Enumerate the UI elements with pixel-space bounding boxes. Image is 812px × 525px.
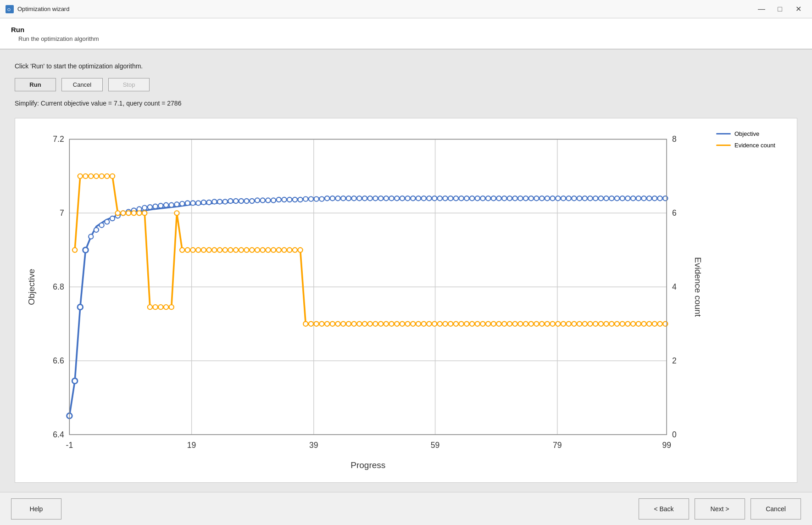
svg-point-107 [475,196,480,201]
stop-button[interactable]: Stop [108,78,150,91]
svg-point-57 [207,200,211,205]
svg-point-229 [534,322,539,326]
svg-point-151 [116,211,120,215]
svg-point-143 [72,248,77,252]
maximize-button[interactable]: □ [772,3,788,16]
svg-point-34 [83,247,89,253]
svg-point-237 [577,322,582,326]
svg-point-79 [325,196,329,201]
svg-point-252 [657,322,662,326]
svg-point-155 [137,211,141,215]
run-button[interactable]: Run [15,78,56,91]
svg-text:O: O [7,7,11,12]
svg-point-247 [631,322,635,326]
svg-point-127 [583,196,587,201]
svg-point-64 [244,199,249,203]
svg-point-200 [378,322,383,326]
svg-point-182 [282,248,286,252]
svg-text:79: 79 [553,441,562,450]
svg-point-88 [373,196,378,201]
svg-point-223 [502,322,506,326]
title-bar: O Optimization wizard — □ ✕ [0,0,812,18]
back-button[interactable]: < Back [639,498,689,519]
help-button[interactable]: Help [11,498,61,519]
svg-point-91 [389,196,394,201]
svg-point-222 [496,322,501,326]
svg-point-114 [513,196,517,201]
svg-point-59 [217,199,222,204]
svg-point-231 [545,322,550,326]
svg-point-94 [405,196,410,201]
svg-point-92 [395,196,399,201]
svg-text:7: 7 [60,208,64,218]
svg-point-137 [636,196,641,201]
svg-point-129 [593,196,598,201]
minimize-button[interactable]: — [753,3,770,16]
svg-point-186 [303,322,308,326]
svg-point-149 [105,174,109,179]
svg-point-128 [588,196,592,201]
svg-point-243 [609,322,614,326]
svg-point-56 [201,200,206,205]
svg-point-156 [142,211,147,215]
svg-point-173 [234,248,238,252]
svg-point-232 [550,322,555,326]
svg-point-238 [583,322,587,326]
svg-point-196 [357,322,362,326]
svg-point-39 [110,216,115,221]
svg-point-191 [330,322,335,326]
svg-point-227 [523,322,528,326]
svg-point-242 [604,322,608,326]
svg-point-123 [561,196,566,201]
svg-point-95 [411,196,415,201]
window-title: Optimization wizard [17,6,753,12]
svg-point-124 [567,196,571,201]
svg-point-113 [507,196,512,201]
svg-point-194 [346,322,351,326]
close-button[interactable]: ✕ [790,3,806,16]
svg-text:6.6: 6.6 [53,356,64,365]
svg-point-249 [641,322,646,326]
page-title: Run [11,26,801,34]
svg-point-248 [636,322,641,326]
svg-point-162 [174,211,179,215]
y-axis-label: Objective [27,269,36,305]
svg-point-130 [599,196,603,201]
svg-point-159 [158,305,163,309]
cancel-run-button[interactable]: Cancel [61,78,103,91]
svg-point-221 [491,322,496,326]
svg-text:6: 6 [672,208,677,218]
svg-point-85 [357,196,362,201]
svg-point-172 [228,248,233,252]
svg-point-217 [470,322,474,326]
header-section: Run Run the optimization algorithm [0,18,812,50]
svg-point-65 [250,199,254,203]
svg-point-146 [89,174,93,179]
svg-point-138 [641,196,646,201]
svg-point-97 [422,196,426,201]
svg-point-50 [169,203,174,207]
svg-point-47 [153,204,158,209]
svg-point-105 [464,196,469,201]
svg-point-220 [486,322,490,326]
svg-point-67 [261,198,265,202]
svg-point-71 [282,197,286,202]
svg-text:4: 4 [672,282,677,291]
cancel-footer-button[interactable]: Cancel [751,498,801,519]
svg-point-201 [384,322,389,326]
svg-point-176 [250,248,254,252]
footer: Help < Back Next > Cancel [0,492,812,525]
svg-point-219 [480,322,485,326]
svg-point-121 [550,196,555,201]
svg-point-72 [287,197,292,202]
svg-point-54 [190,201,195,205]
svg-point-163 [180,248,184,252]
svg-point-206 [411,322,415,326]
svg-point-52 [180,201,184,206]
svg-point-119 [539,196,544,201]
svg-text:39: 39 [309,441,318,450]
svg-point-58 [212,199,217,204]
svg-point-150 [110,174,115,179]
next-button[interactable]: Next > [695,498,745,519]
page-subtitle: Run the optimization algorithm [11,35,801,42]
